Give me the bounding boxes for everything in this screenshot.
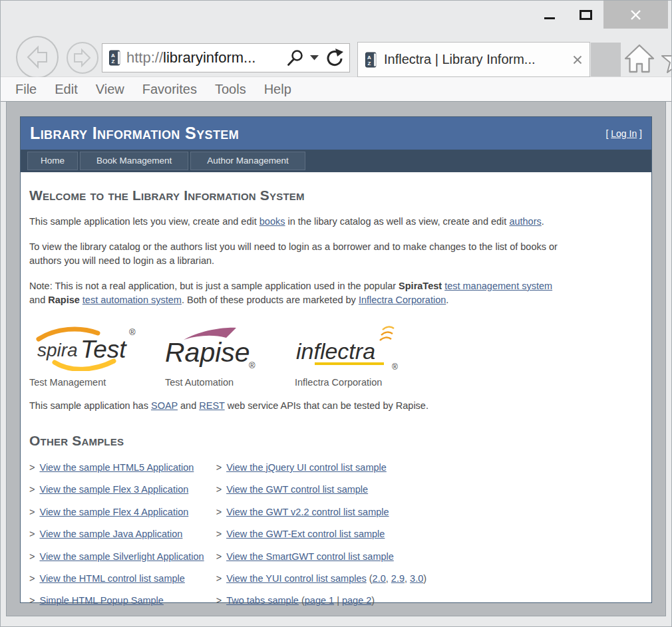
sample-item: >View the sample Java Application <box>29 523 204 545</box>
menu-tools[interactable]: Tools <box>215 82 246 97</box>
sample-link[interactable]: View the sample Java Application <box>39 529 182 539</box>
menu-edit[interactable]: Edit <box>55 82 77 97</box>
page-title: Library Information System <box>30 124 239 143</box>
site-body: Welcome to the Library Information Syste… <box>21 188 651 616</box>
sample-item: >View the GWT control list sample <box>216 479 426 501</box>
api-text: and <box>178 400 199 411</box>
forward-arrow-icon <box>75 50 90 66</box>
note-text: . Both of these products are marketed by <box>182 295 359 305</box>
sample-text: , <box>405 573 410 584</box>
page-container: Library Information System [ Log In ] Ho… <box>20 116 652 603</box>
svg-text:Z: Z <box>368 61 371 66</box>
menu-favorites[interactable]: Favorites <box>142 82 197 97</box>
address-bar[interactable]: A Z http://libraryinform... <box>102 43 350 72</box>
test-management-system-link[interactable]: test management system <box>444 281 552 291</box>
svg-text:A: A <box>111 53 115 59</box>
nav-tab-author-management[interactable]: Author Management <box>190 152 305 170</box>
title-bar <box>1 1 671 29</box>
sample-link[interactable]: page 1 <box>305 595 334 606</box>
home-button[interactable] <box>623 43 655 74</box>
svg-text:®: ® <box>392 362 398 371</box>
sample-link[interactable]: 2.9 <box>391 573 405 584</box>
rest-link[interactable]: REST <box>199 400 224 411</box>
sample-bullet: > <box>216 462 222 473</box>
back-button[interactable] <box>15 35 59 79</box>
sample-text: | <box>334 595 342 606</box>
svg-text:inflectra: inflectra <box>296 338 375 364</box>
test-automation-system-link[interactable]: test automation system <box>83 295 182 305</box>
sample-bullet: > <box>216 551 222 562</box>
back-arrow-icon <box>28 47 47 67</box>
sample-link[interactable]: View the GWT-Ext control list sample <box>226 529 385 539</box>
sample-text: , <box>386 573 391 584</box>
chevron-down-icon[interactable] <box>310 55 319 61</box>
menu-view[interactable]: View <box>96 82 124 97</box>
sample-bullet: > <box>29 507 35 517</box>
welcome-heading: Welcome to the Library Information Syste… <box>29 188 643 203</box>
sample-link[interactable]: View the sample Flex 4 Application <box>39 507 188 517</box>
sample-link[interactable]: View the sample HTML5 Application <box>39 462 194 473</box>
spiratest-logo: spira Test ® <box>29 324 141 371</box>
login-info-paragraph: To view the library catalog or the autho… <box>29 240 570 268</box>
tab-close-icon[interactable] <box>572 55 583 65</box>
minimize-button[interactable] <box>530 1 568 29</box>
svg-text:Rapise: Rapise <box>165 337 250 368</box>
menu-bar: File Edit View Favorites Tools Help <box>1 77 671 102</box>
sample-link[interactable]: page 2 <box>342 595 371 606</box>
sample-link[interactable]: Simple HTML Popup Sample <box>39 595 163 606</box>
sample-link[interactable]: View the sample Silverlight Application <box>39 551 204 562</box>
dictionary-favicon: A Z <box>365 52 378 68</box>
soap-link[interactable]: SOAP <box>151 400 178 411</box>
search-icon[interactable] <box>287 49 304 66</box>
books-link[interactable]: books <box>259 216 285 227</box>
authors-link[interactable]: authors <box>509 216 541 227</box>
sample-text: ( <box>367 573 373 584</box>
rapise-logo-item: Rapise ® Test Automation <box>165 324 295 388</box>
favorites-button[interactable] <box>658 45 672 74</box>
sample-link[interactable]: View the GWT v2.2 control list sample <box>226 507 389 517</box>
minimize-icon <box>544 17 555 19</box>
sample-link[interactable]: View the SmartGWT control list sample <box>226 551 394 562</box>
sample-link[interactable]: View the jQuery UI control list sample <box>226 462 387 473</box>
sample-link[interactable]: 3.0 <box>410 573 423 584</box>
sample-bullet: > <box>29 462 35 473</box>
site-nav: Home Book Management Author Management <box>21 150 651 172</box>
sample-link[interactable]: 2.0 <box>373 573 386 584</box>
sample-bullet: > <box>29 573 35 584</box>
sample-text: ) <box>423 573 426 584</box>
intro-text: This sample application lets you view, c… <box>29 216 259 227</box>
sample-item: >View the GWT-Ext control list sample <box>216 523 426 545</box>
inflectra-caption: Inflectra Corporation <box>295 377 401 388</box>
sample-link[interactable]: Two tabs sample <box>226 595 299 606</box>
sample-link[interactable]: View the GWT control list sample <box>226 484 368 495</box>
new-tab-button[interactable] <box>591 43 621 76</box>
sample-item: >Simple HTML Popup Sample <box>29 590 204 612</box>
maximize-icon <box>580 10 592 20</box>
api-text: web service APIs that can be tested by R… <box>225 400 428 411</box>
intro-paragraph: This sample application lets you view, c… <box>29 215 570 229</box>
login-link[interactable]: Log In <box>611 128 637 139</box>
note-paragraph: Note: This is not a real application, bu… <box>29 279 570 307</box>
sample-item: >View the GWT v2.2 control list sample <box>216 501 426 523</box>
nav-tab-home[interactable]: Home <box>27 152 78 170</box>
api-text: This sample application has <box>29 400 151 411</box>
sample-item: >Two tabs sample (page 1 | page 2) <box>216 590 426 612</box>
sample-link[interactable]: View the HTML control list sample <box>39 573 184 584</box>
menu-help[interactable]: Help <box>264 82 291 97</box>
menu-file[interactable]: File <box>15 82 37 97</box>
browser-tab[interactable]: A Z Inflectra | Library Inform... <box>357 42 590 77</box>
close-button[interactable] <box>603 1 668 29</box>
api-paragraph: This sample application has SOAP and RES… <box>29 399 570 413</box>
svg-text:Test: Test <box>81 336 127 363</box>
inflectra-corporation-link[interactable]: Inflectra Corporation <box>359 295 446 305</box>
forward-button[interactable] <box>66 41 99 74</box>
intro-text: . <box>542 216 544 227</box>
sample-item: >View the sample Silverlight Application <box>29 546 204 568</box>
sample-link[interactable]: View the YUI control list samples <box>226 573 367 584</box>
refresh-icon[interactable] <box>325 49 343 67</box>
nav-tab-book-management[interactable]: Book Management <box>80 152 188 170</box>
sample-link[interactable]: View the sample Flex 3 Application <box>39 484 188 495</box>
inflectra-logo-item: inflectra ® Inflectra Corporation <box>295 324 401 388</box>
svg-text:®: ® <box>129 327 136 337</box>
maximize-button[interactable] <box>568 1 603 29</box>
